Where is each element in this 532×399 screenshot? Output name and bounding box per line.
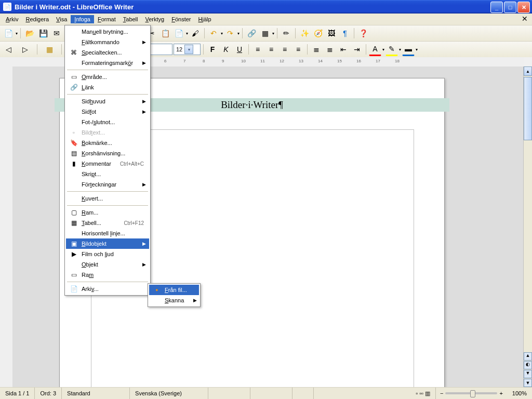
format-paint-button[interactable]: 🖌 <box>189 27 202 39</box>
gallery-button[interactable]: 🖼 <box>325 27 338 39</box>
nonprinting-button[interactable]: ¶ <box>339 27 351 39</box>
window-title: Bilder i Writer.odt - LibreOffice Writer <box>15 3 134 11</box>
zoom-out-button[interactable]: − <box>440 390 443 396</box>
numbered-list-button[interactable]: ≣ <box>310 43 323 56</box>
submenuitem-skanna[interactable]: Skanna▶ <box>149 295 199 305</box>
help-button[interactable]: ❓ <box>357 27 369 39</box>
menuitem-bokmärke[interactable]: 🔖Bokmärke... <box>66 138 149 148</box>
menuitem-tabell[interactable]: ▦Tabell...Ctrl+F12 <box>66 218 149 228</box>
close-button[interactable]: ✕ <box>517 2 530 13</box>
menuitem-skript[interactable]: Skript... <box>66 169 149 179</box>
prev-page-nav[interactable]: ▲ <box>524 352 532 361</box>
submenuitem-frånfil[interactable]: 🔸Från fil... <box>149 285 199 295</box>
menu-fönster[interactable]: Fönster <box>168 15 194 23</box>
highlight-button[interactable]: ✎ <box>385 43 398 56</box>
vertical-scrollbar[interactable]: ▲ ▲ ◐ ▼ ▼ <box>523 66 532 388</box>
view-layout[interactable]: ▫ ▫▫ ▥ <box>410 388 436 399</box>
align-center-button[interactable]: ≡ <box>265 43 277 56</box>
status-style[interactable]: Standard <box>62 388 130 399</box>
menuitem-område[interactable]: ▭Område... <box>66 72 149 82</box>
italic-button[interactable]: K <box>220 43 232 56</box>
menubar: ArkivRedigeraVisaInfogaFormatTabellVerkt… <box>0 14 532 25</box>
undo-button[interactable]: ↶ <box>207 27 220 39</box>
open-button[interactable]: 📂 <box>23 27 36 39</box>
copy-button[interactable]: 📋 <box>159 27 171 39</box>
menu-redigera[interactable]: Redigera <box>22 15 52 23</box>
decrease-indent-button[interactable]: ⇤ <box>337 43 350 56</box>
status-insert[interactable] <box>208 388 250 399</box>
zoom-value[interactable]: 100% <box>507 388 532 399</box>
scroll-down-button[interactable]: ▼ <box>524 379 532 387</box>
nav-select[interactable]: ◐ <box>524 361 532 369</box>
menuitem-bildobjekt[interactable]: ▣Bildobjekt▶ <box>66 238 149 249</box>
menu-format[interactable]: Format <box>94 15 119 23</box>
menuitem-sidfot[interactable]: Sidfot▶ <box>66 107 149 117</box>
align-justify-button[interactable]: ≡ <box>292 43 304 56</box>
menuitem-kuvert[interactable]: Kuvert... <box>66 193 149 204</box>
menuitem-fältkommando[interactable]: Fältkommando▶ <box>66 37 149 47</box>
find-button[interactable]: ✨ <box>298 27 311 39</box>
navigator-button[interactable]: 🧭 <box>312 27 324 39</box>
menuitem-förteckningar[interactable]: Förteckningar▶ <box>66 179 149 190</box>
menu-visa[interactable]: Visa <box>52 15 71 23</box>
scroll-thumb[interactable] <box>524 77 532 140</box>
font-size-combo[interactable]: 12▾ <box>174 44 201 55</box>
new-doc-button[interactable]: 📄 <box>2 27 15 39</box>
menuitem-arkiv[interactable]: 📄Arkiv... <box>66 284 149 294</box>
apply-style-button[interactable]: ▦ <box>43 43 56 56</box>
status-bar: Sida 1 / 1 Ord: 3 Standard Svenska (Sver… <box>0 387 532 399</box>
status-words[interactable]: Ord: 3 <box>35 388 62 399</box>
increase-indent-button[interactable]: ⇥ <box>351 43 363 56</box>
document-close-icon[interactable]: ✕ <box>522 15 528 23</box>
align-left-button[interactable]: ≡ <box>251 43 264 56</box>
menu-arkiv[interactable]: Arkiv <box>2 15 22 23</box>
status-page[interactable]: Sida 1 / 1 <box>0 388 35 399</box>
next-page-nav[interactable]: ▼ <box>524 370 532 378</box>
menu-infoga[interactable]: Infoga <box>71 15 94 23</box>
bg-color-button[interactable]: ▬ <box>402 43 415 56</box>
menuitem-bildtext: ▫Bildtext... <box>66 127 149 138</box>
save-button[interactable]: 💾 <box>37 27 49 39</box>
hyperlink-button[interactable]: 🔗 <box>245 27 258 39</box>
underline-button[interactable]: U <box>233 43 246 56</box>
status-sel[interactable] <box>250 388 292 399</box>
menuitem-manuellbrytning[interactable]: Manuell brytning... <box>66 26 149 37</box>
zoom-in-button[interactable]: + <box>499 390 502 396</box>
bildobjekt-submenu: 🔸Från fil...Skanna▶ <box>148 283 201 307</box>
menuitem-fotslutnot[interactable]: Fot-/slutnot... <box>66 117 149 127</box>
align-right-button[interactable]: ≡ <box>278 43 291 56</box>
menuitem-kommentar[interactable]: ▮KommentarCtrl+Alt+C <box>66 158 149 169</box>
menu-verktyg[interactable]: Verktyg <box>142 15 168 23</box>
redo-button[interactable]: ↷ <box>224 27 236 39</box>
table-button[interactable]: ▦ <box>259 27 271 39</box>
status-sig[interactable] <box>292 388 314 399</box>
menuitem-ram[interactable]: ▢Ram... <box>66 207 149 218</box>
menu-hjälp[interactable]: Hjälp <box>195 15 215 23</box>
scroll-up-button[interactable]: ▲ <box>524 66 532 76</box>
menuitem-korshänvisning[interactable]: ▤Korshänvisning... <box>66 148 149 158</box>
menuitem-filmochljud[interactable]: ▶Film och ljud <box>66 249 149 259</box>
show-draw-button[interactable]: ✏ <box>280 27 292 39</box>
maximize-button[interactable]: □ <box>504 2 516 13</box>
nav-back-button[interactable]: ◁ <box>2 43 15 56</box>
bullet-list-button[interactable]: ≣ <box>324 43 336 56</box>
menuitem-länk[interactable]: 🔗Länk <box>66 82 149 92</box>
paste-button[interactable]: 📄 <box>172 27 185 39</box>
app-icon: 📄 <box>3 3 11 11</box>
minimize-button[interactable]: _ <box>490 2 503 13</box>
status-lang[interactable]: Svenska (Sverige) <box>130 388 208 399</box>
menuitem-horisontelllinje[interactable]: Horisontell linje... <box>66 228 149 238</box>
vertical-ruler <box>0 57 13 388</box>
menuitem-ram[interactable]: ▭Ram <box>66 270 149 280</box>
menuitem-specialtecken[interactable]: ⌘Specialtecken... <box>66 47 149 58</box>
font-color-button[interactable]: A <box>369 43 381 56</box>
menuitem-formateringsmarkör[interactable]: Formateringsmarkör▶ <box>66 58 149 68</box>
infoga-menu: Manuell brytning...Fältkommando▶⌘Special… <box>64 25 151 296</box>
zoom-slider[interactable] <box>445 392 497 394</box>
nav-fwd-button[interactable]: ▷ <box>19 43 31 56</box>
menuitem-sidhuvud[interactable]: Sidhuvud▶ <box>66 96 149 107</box>
email-button[interactable]: ✉ <box>50 27 63 39</box>
menuitem-objekt[interactable]: Objekt▶ <box>66 259 149 270</box>
bold-button[interactable]: F <box>206 43 219 56</box>
menu-tabell[interactable]: Tabell <box>119 15 142 23</box>
